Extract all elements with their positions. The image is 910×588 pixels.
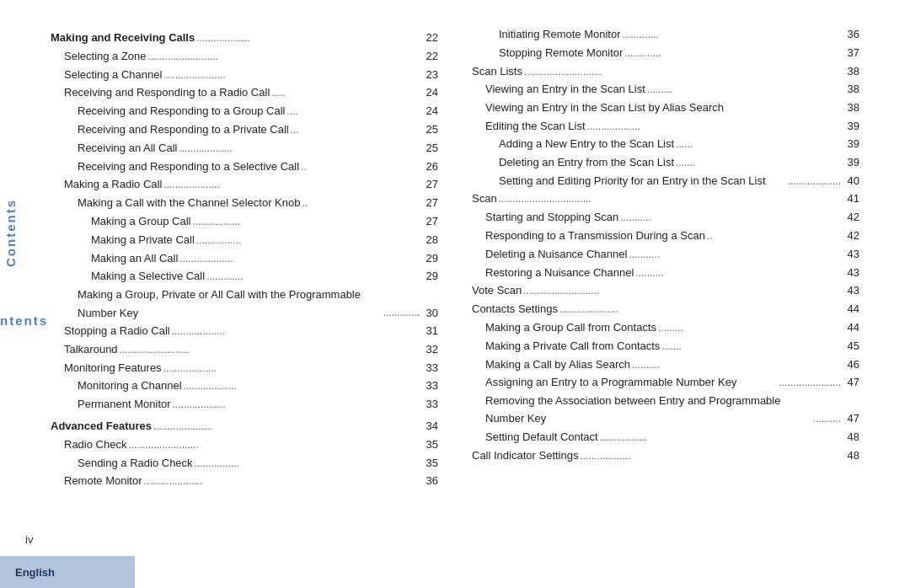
entry-page: 33 xyxy=(421,377,438,394)
entry-page: 33 xyxy=(421,359,438,377)
toc-entry: Removing the Association between Entry a… xyxy=(472,392,859,428)
toc-entry: Making an All Call...................29 xyxy=(51,249,438,268)
entry-page: 29 xyxy=(421,249,438,267)
entry-title: Stopping Remote Monitor xyxy=(499,44,623,61)
toc-entry: Scan Lists............................38 xyxy=(472,62,859,81)
entry-title-block: Setting and Editing Priority for an Entr… xyxy=(499,172,786,190)
entry-title: Remote Monitor xyxy=(64,472,142,489)
entry-dots: ................... xyxy=(788,174,841,190)
entry-page: 35 xyxy=(421,436,438,453)
entry-page: 48 xyxy=(843,446,859,464)
entry-title: Making a Private Call xyxy=(91,231,195,249)
language-bar: English xyxy=(0,556,135,588)
entry-dots: ..... xyxy=(271,85,420,102)
toc-entry: Making a Call with the Channel Selector … xyxy=(51,194,438,212)
entry-page: 36 xyxy=(843,25,859,43)
entry-dots: ...... xyxy=(676,136,841,153)
entry-dots: ......................... xyxy=(120,342,420,359)
entry-title: Initiating Remote Monitor xyxy=(499,25,621,43)
right-column: Initiating Remote Monitor.............36… xyxy=(472,25,859,588)
toc-entry: Viewing an Entry in the Scan List by Ali… xyxy=(472,99,859,116)
entry-page: 26 xyxy=(421,158,438,175)
entry-dots: ..................... xyxy=(153,419,420,436)
toc-entry: Viewing an Entry in the Scan List.......… xyxy=(472,80,859,99)
toc-entry: Receiving and Responding to a Radio Call… xyxy=(51,83,438,102)
entry-title: Receiving and Responding to a Private Ca… xyxy=(78,120,289,138)
toc-entry: Initiating Remote Monitor.............36 xyxy=(472,25,859,44)
toc-entry: Receiving an All Call...................… xyxy=(51,139,438,158)
toc-entry: Making a Selective Call.............29 xyxy=(51,267,438,286)
entry-title: Deleting an Entry from the Scan List xyxy=(499,153,674,171)
entry-dots: ......... xyxy=(658,320,841,337)
toc-entry: Selecting a Channel.....................… xyxy=(51,66,438,84)
entry-dots: ...................... xyxy=(779,375,841,392)
entry-title: Sending a Radio Check xyxy=(78,454,193,472)
entry-dots: .................. xyxy=(580,448,841,465)
entry-title: Adding a New Entry to the Scan List xyxy=(499,135,674,152)
entry-title: Monitoring a Channel xyxy=(78,377,182,394)
toc-entry: Starting and Stopping Scan...........42 xyxy=(472,208,859,227)
entry-title: Making a Call with the Channel Selector … xyxy=(78,194,300,211)
entry-title: Making a Call by Alias Search xyxy=(485,355,630,373)
entry-title-block: Making a Group, Private or All Call with… xyxy=(78,286,382,322)
toc-entry: Restoring a Nuisance Channel..........43 xyxy=(472,264,859,282)
entry-dots: ................. xyxy=(600,430,841,446)
entry-title: Vote Scan xyxy=(472,281,522,299)
entry-page: 29 xyxy=(421,267,438,285)
entry-page: 43 xyxy=(843,281,859,299)
toc-entry: Radio Check.........................35 xyxy=(51,436,438,454)
entry-page: 42 xyxy=(843,227,859,244)
entry-title-block: Assigning an Entry to a Programmable Num… xyxy=(485,373,778,391)
toc-entry: Setting Default Contact.................… xyxy=(472,428,859,446)
toc-entry: Making a Group Call from Contacts.......… xyxy=(472,318,859,337)
entry-dots: ................ xyxy=(196,233,420,249)
toc-entry: Vote Scan...........................43 xyxy=(472,281,859,300)
toc-entry: Responding to a Transmission During a Sc… xyxy=(472,227,859,245)
entry-page: 44 xyxy=(843,318,859,336)
toc-entry: Editing the Scan List...................… xyxy=(472,117,859,136)
toc-entry: Sending a Radio Check................35 xyxy=(51,454,438,473)
toc-entry: Selecting a Zone........................… xyxy=(51,47,438,66)
entry-dots: ...................... xyxy=(163,67,420,84)
entry-dots: ................................. xyxy=(499,191,841,208)
entry-title: Selecting a Channel xyxy=(64,66,162,83)
entry-title: Monitoring Features xyxy=(64,359,162,377)
entry-dots: .......... xyxy=(813,411,841,428)
entry-dots: ..................... xyxy=(559,302,841,318)
toc-entry: Adding a New Entry to the Scan List.....… xyxy=(472,135,859,153)
entry-page: 48 xyxy=(843,428,859,446)
entry-title: Viewing an Entry in the Scan List by Ali… xyxy=(485,99,724,116)
toc-entry: Making a Group, Private or All Call with… xyxy=(51,286,438,322)
entry-page: 38 xyxy=(843,80,859,98)
entry-title: Receiving and Responding to a Group Call xyxy=(78,102,285,120)
entry-title: Selecting a Zone xyxy=(64,47,147,65)
toc-entry: Making a Private Call................28 xyxy=(51,231,438,249)
entry-dots: ................. xyxy=(193,214,420,231)
entry-page: 23 xyxy=(421,66,438,83)
entry-title: Scan xyxy=(472,190,497,207)
entry-title: Talkaround xyxy=(64,340,118,358)
entry-dots: .......... xyxy=(632,357,841,374)
entry-title: Responding to a Transmission During a Sc… xyxy=(485,227,705,244)
entry-title: Stopping a Radio Call xyxy=(64,322,170,339)
entry-dots: ......... xyxy=(647,82,841,99)
entry-dots: ........... xyxy=(620,210,841,227)
entry-dots: ........... xyxy=(629,247,841,264)
entry-page: 42 xyxy=(843,208,859,226)
entry-dots: ................... xyxy=(172,323,420,340)
entry-dots: .. xyxy=(302,195,420,212)
toc-entry: Stopping Remote Monitor.............37 xyxy=(472,44,859,62)
entry-dots: ................... xyxy=(173,397,420,414)
toc-entry: Deleting an Entry from the Scan List....… xyxy=(472,153,859,172)
entry-dots: ........................... xyxy=(523,283,841,300)
entry-dots: ....... xyxy=(661,339,841,355)
entry-page: 33 xyxy=(421,395,438,413)
entry-page: 25 xyxy=(421,120,438,138)
entry-dots: .. xyxy=(707,228,841,245)
entry-title: Viewing an Entry in the Scan List xyxy=(485,80,645,98)
entry-dots: ................... xyxy=(179,141,420,158)
toc-entry: Making and Receiving Calls..............… xyxy=(51,29,438,47)
toc-entry: Remote Monitor.....................36 xyxy=(51,472,438,490)
entry-page: 43 xyxy=(843,264,859,281)
toc-entry: Making a Private Call from Contacts.....… xyxy=(472,337,859,355)
